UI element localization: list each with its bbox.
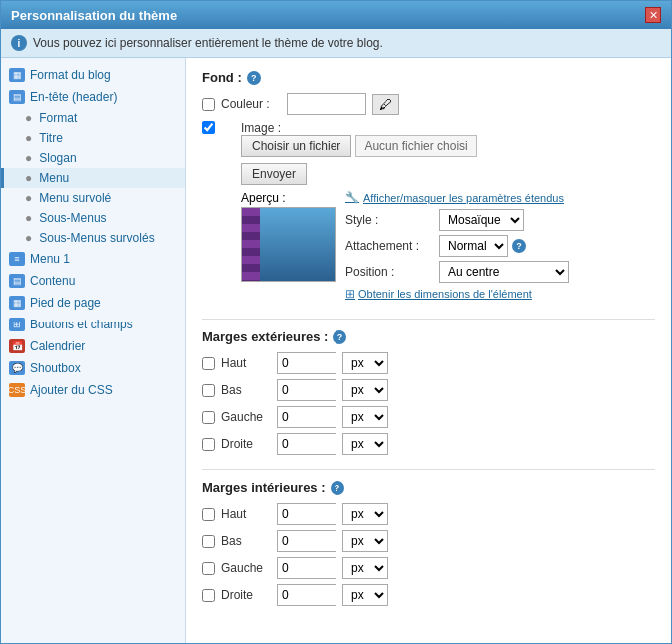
sidebar-item-label: Slogan — [39, 151, 76, 165]
sidebar-item-slogan[interactable]: ● Slogan — [1, 148, 185, 168]
dimensions-icon: ⊞ — [345, 287, 355, 301]
sidebar-item-titre[interactable]: ● Titre — [1, 128, 185, 148]
image-section: Image : Choisir un fichier Aucun fichier… — [221, 121, 569, 309]
marges-int-section: Marges intérieures : ? Haut px%em Bas — [202, 480, 655, 606]
style-label: Style : — [345, 213, 435, 227]
preview-stripe — [242, 208, 260, 281]
marge-droite-int-unit[interactable]: px%em — [342, 584, 388, 606]
marge-gauche-int-unit[interactable]: px%em — [342, 557, 388, 579]
bullet-icon: ● — [25, 191, 32, 205]
sidebar-item-menu[interactable]: ● Menu — [1, 168, 185, 188]
marge-haut-int-input[interactable] — [277, 503, 336, 525]
marge-haut-int-row: Haut px%em — [202, 503, 655, 525]
bullet-icon: ● — [25, 211, 32, 225]
marge-gauche-ext-input[interactable] — [277, 406, 336, 428]
menu1-icon: ≡ — [9, 252, 25, 266]
sidebar-item-contenu[interactable]: ▤ Contenu — [1, 270, 185, 292]
marge-haut-int-checkbox[interactable] — [202, 508, 215, 521]
sidebar-item-label: Format — [39, 111, 77, 125]
position-label: Position : — [345, 265, 435, 279]
marge-bas-label: Bas — [221, 383, 271, 397]
marge-bas-int-label: Bas — [221, 534, 271, 548]
marge-droite-ext-checkbox[interactable] — [202, 438, 215, 451]
marge-droite-ext-row: Droite px%em — [202, 433, 655, 455]
bullet-icon: ● — [25, 111, 32, 125]
buttons-icon: ⊞ — [9, 318, 25, 331]
marge-droite-label: Droite — [221, 437, 271, 451]
marge-bas-int-unit[interactable]: px%em — [342, 530, 388, 552]
fond-help-icon[interactable]: ? — [247, 71, 261, 85]
marge-gauche-int-input[interactable] — [277, 557, 336, 579]
image-label: Image : — [241, 121, 281, 135]
marge-bas-ext-checkbox[interactable] — [202, 384, 215, 397]
sidebar-item-menu-survole[interactable]: ● Menu survolé — [1, 188, 185, 208]
close-button[interactable]: ✕ — [645, 7, 661, 23]
style-select[interactable]: Mosaïque Répéter X Répéter Y Aucun Couvr… — [439, 209, 524, 231]
marge-bas-ext-input[interactable] — [277, 379, 336, 401]
main-area: ▦ Format du blog ▤ En-tête (header) ● Fo… — [1, 58, 671, 643]
sidebar-item-menu1[interactable]: ≡ Menu 1 — [1, 248, 185, 270]
marge-droite-int-checkbox[interactable] — [202, 589, 215, 602]
sidebar-item-label: Menu — [39, 171, 69, 185]
marge-bas-int-input[interactable] — [277, 530, 336, 552]
sidebar-item-pied-de-page[interactable]: ▦ Pied de page — [1, 292, 185, 314]
sidebar-item-boutons[interactable]: ⊞ Boutons et champs — [1, 314, 185, 335]
color-input[interactable] — [287, 93, 366, 115]
send-button[interactable]: Envoyer — [241, 163, 307, 185]
marge-gauche-int-checkbox[interactable] — [202, 562, 215, 575]
marge-droite-ext-unit[interactable]: px%em — [342, 433, 388, 455]
marge-haut-ext-unit[interactable]: px%em — [342, 352, 388, 374]
title-bar: Personnalisation du thème ✕ — [1, 1, 671, 29]
position-row: Position : Au centre En haut à gauche En… — [345, 261, 569, 283]
marge-haut-ext-checkbox[interactable] — [202, 357, 215, 370]
marge-gauche-ext-checkbox[interactable] — [202, 411, 215, 424]
marges-int-help-icon[interactable]: ? — [331, 481, 344, 495]
fond-section: Fond : ? Couleur : 🖊 Image : C — [202, 70, 655, 309]
marge-bas-int-checkbox[interactable] — [202, 535, 215, 548]
sidebar-item-css[interactable]: CSS Ajouter du CSS — [1, 379, 185, 401]
info-icon: i — [11, 35, 27, 51]
sidebar-item-sous-menus[interactable]: ● Sous-Menus — [1, 208, 185, 228]
eyedropper-button[interactable]: 🖊 — [372, 94, 399, 115]
position-select[interactable]: Au centre En haut à gauche En haut à dro… — [439, 261, 569, 283]
marge-haut-int-unit[interactable]: px%em — [342, 503, 388, 525]
choose-file-button[interactable]: Choisir un fichier — [241, 135, 351, 157]
sidebar-item-en-tete[interactable]: ▤ En-tête (header) — [1, 86, 185, 108]
separator2 — [202, 469, 655, 470]
sidebar-item-calendrier[interactable]: 📅 Calendrier — [1, 335, 185, 357]
sidebar-item-label: Contenu — [30, 274, 75, 288]
image-row: Image : Choisir un fichier Aucun fichier… — [202, 121, 655, 309]
fond-title: Fond : ? — [202, 70, 655, 85]
marge-gauche-ext-unit[interactable]: px%em — [342, 406, 388, 428]
marges-int-title: Marges intérieures : ? — [202, 480, 655, 495]
preview-box — [241, 207, 336, 282]
marge-gauche-int-label: Gauche — [221, 561, 271, 575]
marges-ext-help-icon[interactable]: ? — [333, 330, 346, 344]
marge-droite-int-input[interactable] — [277, 584, 336, 606]
advanced-link[interactable]: 🔧 Afficher/masquer les paramètres étendu… — [345, 191, 569, 204]
image-checkbox[interactable] — [202, 121, 215, 134]
sidebar-item-shoutbox[interactable]: 💬 Shoutbox — [1, 357, 185, 379]
main-window: Personnalisation du thème ✕ i Vous pouve… — [0, 0, 672, 644]
marge-bas-int-row: Bas px%em — [202, 530, 655, 552]
sidebar-item-format[interactable]: ● Format — [1, 108, 185, 128]
sidebar-item-label: Boutons et champs — [30, 318, 133, 331]
marge-haut-ext-input[interactable] — [277, 352, 336, 374]
bullet-icon: ● — [25, 171, 32, 185]
sidebar-item-format-blog[interactable]: ▦ Format du blog — [1, 64, 185, 86]
marge-droite-int-label: Droite — [221, 588, 271, 602]
advanced-link-text: Afficher/masquer les paramètres étendus — [363, 192, 564, 204]
bullet-icon: ● — [25, 231, 32, 245]
couleur-checkbox[interactable] — [202, 98, 215, 111]
separator1 — [202, 319, 655, 320]
css-icon: CSS — [9, 383, 25, 397]
marge-haut-label: Haut — [221, 356, 271, 370]
marge-droite-ext-input[interactable] — [277, 433, 336, 455]
marge-bas-ext-unit[interactable]: px%em — [342, 379, 388, 401]
sidebar-item-sous-menus-survoles[interactable]: ● Sous-Menus survolés — [1, 228, 185, 248]
dimensions-link[interactable]: ⊞ Obtenir les dimensions de l'élément — [345, 287, 569, 301]
sidebar-item-label: Sous-Menus — [39, 211, 106, 225]
advanced-link-icon: 🔧 — [345, 191, 359, 204]
attachment-help-icon[interactable]: ? — [512, 239, 526, 253]
attachment-select[interactable]: Normal Fixe — [439, 235, 508, 257]
